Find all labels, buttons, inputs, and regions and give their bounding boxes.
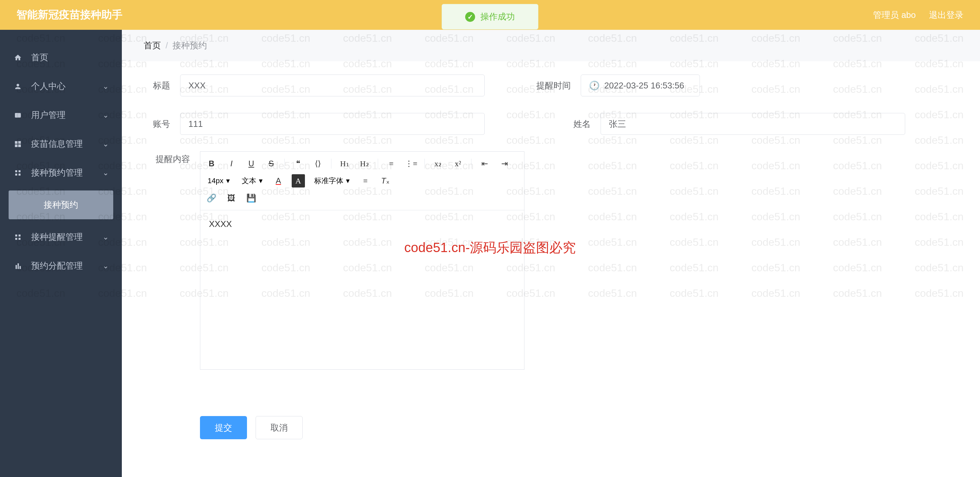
editor-content[interactable]: XXXX <box>200 211 524 369</box>
content-label: 提醒内容 <box>144 152 190 165</box>
home-icon <box>13 53 22 62</box>
h2-icon[interactable]: H₂ <box>358 157 371 170</box>
main-content: 首页 / 接种预约 标题 提醒时间 🕐 2022-03-25 16:53:56 <box>122 30 980 477</box>
submit-button[interactable]: 提交 <box>200 416 247 439</box>
breadcrumb-current: 接种预约 <box>172 40 207 51</box>
sidebar-item-label: 用户管理 <box>31 109 65 121</box>
toast-text: 操作成功 <box>480 11 515 22</box>
app-title: 智能新冠疫苗接种助手 <box>17 8 123 22</box>
chevron-down-icon: ⌄ <box>103 140 108 148</box>
user-icon <box>13 82 22 91</box>
font-size-select[interactable]: 14px ▾ <box>205 175 232 187</box>
time-label: 提醒时间 <box>525 80 571 91</box>
editor-toolbar: B I U S ❝ ⟨⟩ H₁ H₂ ≡ ⋮≡ <box>200 152 524 211</box>
account-input[interactable] <box>180 113 485 135</box>
sidebar-subitem-appointment[interactable]: 接种预约 <box>9 190 113 219</box>
sidebar-item-appointment-mgmt[interactable]: 接种预约管理 ⌄ <box>0 158 122 187</box>
chevron-down-icon: ⌄ <box>103 111 108 120</box>
name-input[interactable] <box>601 113 905 135</box>
underline-icon[interactable]: U <box>245 157 258 170</box>
h1-icon[interactable]: H₁ <box>338 157 351 170</box>
grid3-icon <box>13 233 22 242</box>
chart-icon <box>13 262 22 271</box>
sidebar-item-label: 接种提醒管理 <box>31 231 83 243</box>
chevron-down-icon: ⌄ <box>103 82 108 91</box>
chevron-down-icon: ⌄ <box>103 169 108 177</box>
breadcrumb: 首页 / 接种预约 <box>122 30 980 61</box>
italic-icon[interactable]: I <box>225 157 238 170</box>
admin-label[interactable]: 管理员 abo <box>873 9 916 21</box>
sidebar-item-reminder-mgmt[interactable]: 接种提醒管理 ⌄ <box>0 223 122 251</box>
unordered-list-icon[interactable]: ⋮≡ <box>404 157 418 170</box>
users-icon <box>13 111 22 120</box>
strike-icon[interactable]: S <box>264 157 278 170</box>
sidebar-item-label: 首页 <box>31 52 48 63</box>
chevron-down-icon: ⌄ <box>103 233 108 241</box>
superscript-icon[interactable]: x² <box>451 157 465 170</box>
time-value: 2022-03-25 16:53:56 <box>604 80 684 91</box>
breadcrumb-home[interactable]: 首页 <box>144 40 161 51</box>
chevron-down-icon: ⌄ <box>103 262 108 270</box>
font-family-select[interactable]: 标准字体 ▾ <box>312 175 352 187</box>
header-actions: 管理员 abo 退出登录 <box>873 9 963 21</box>
clear-format-icon[interactable]: Tₓ <box>379 174 392 187</box>
sidebar-item-label: 个人中心 <box>31 80 65 92</box>
sidebar-item-label: 预约分配管理 <box>31 260 83 272</box>
time-input[interactable]: 🕐 2022-03-25 16:53:56 <box>581 75 700 96</box>
sidebar-item-users[interactable]: 用户管理 ⌄ <box>0 101 122 129</box>
rich-editor: B I U S ❝ ⟨⟩ H₁ H₂ ≡ ⋮≡ <box>200 152 525 370</box>
check-circle-icon: ✓ <box>465 12 475 22</box>
form-area: 标题 提醒时间 🕐 2022-03-25 16:53:56 账号 <box>122 61 980 453</box>
image-icon[interactable]: 🖼 <box>225 191 238 205</box>
code-icon[interactable]: ⟨⟩ <box>311 157 325 170</box>
grid2-icon <box>13 168 22 177</box>
cancel-button[interactable]: 取消 <box>256 416 302 439</box>
breadcrumb-separator: / <box>165 40 168 51</box>
sidebar-item-allocation-mgmt[interactable]: 预约分配管理 ⌄ <box>0 251 122 280</box>
name-label: 姓名 <box>544 118 591 130</box>
sidebar-item-profile[interactable]: 个人中心 ⌄ <box>0 72 122 101</box>
save-icon[interactable]: 💾 <box>245 191 258 205</box>
title-input[interactable] <box>180 75 485 96</box>
logout-link[interactable]: 退出登录 <box>929 9 963 21</box>
ordered-list-icon[interactable]: ≡ <box>385 157 398 170</box>
quote-icon[interactable]: ❝ <box>291 157 305 170</box>
form-actions: 提交 取消 <box>144 416 958 439</box>
sidebar-item-label: 疫苗信息管理 <box>31 138 83 150</box>
font-color-icon[interactable]: A <box>272 174 285 187</box>
link-icon[interactable]: 🔗 <box>205 191 218 205</box>
indent-right-icon[interactable]: ⇥ <box>498 157 511 170</box>
title-label: 标题 <box>144 80 170 91</box>
indent-left-icon[interactable]: ⇤ <box>478 157 491 170</box>
sidebar-item-vaccine-info[interactable]: 疫苗信息管理 ⌄ <box>0 129 122 158</box>
align-icon[interactable]: ≡ <box>359 174 372 187</box>
sidebar-item-home[interactable]: 首页 <box>0 43 122 72</box>
grid-icon <box>13 139 22 149</box>
success-toast: ✓ 操作成功 <box>442 4 538 29</box>
bold-icon[interactable]: B <box>205 157 218 170</box>
sidebar-item-label: 接种预约管理 <box>31 167 83 179</box>
clock-icon: 🕐 <box>589 80 600 91</box>
sidebar: 首页 个人中心 ⌄ 用户管理 ⌄ 疫苗信息管理 ⌄ 接种预约管理 ⌄ 接种预约 … <box>0 30 122 477</box>
account-label: 账号 <box>144 118 170 130</box>
svg-rect-0 <box>15 113 21 118</box>
format-select[interactable]: 文本 ▾ <box>239 175 265 187</box>
subscript-icon[interactable]: x₂ <box>431 157 445 170</box>
bg-color-icon[interactable]: A <box>292 174 305 187</box>
